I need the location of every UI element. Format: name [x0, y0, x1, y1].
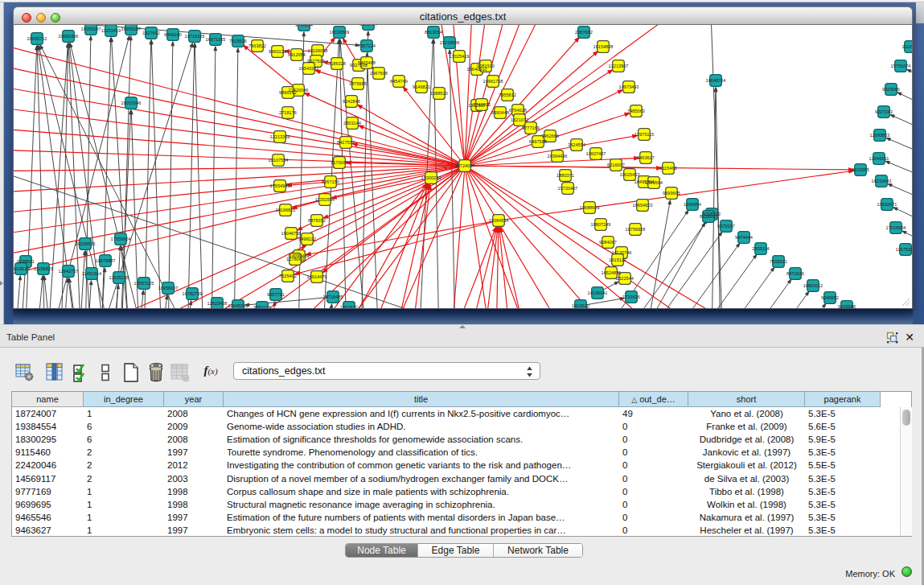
graph-node-label: 13226058 — [308, 48, 328, 53]
new-column-icon[interactable] — [121, 362, 142, 383]
table-body: 1872400712008Changes of HCN gene express… — [12, 407, 881, 537]
cell-out_de: 0 — [619, 459, 688, 472]
cell-pagerank: 5.3E-5 — [805, 472, 881, 485]
cell-out_de: 0 — [619, 446, 688, 459]
graph-node-label: 12975115 — [634, 132, 654, 137]
cell-title: Estimation of the future numbers of pati… — [224, 511, 619, 524]
graph-node-label: 10655287 — [121, 27, 142, 31]
graph-node-label: 9498222 — [298, 237, 316, 241]
tab-node-table[interactable]: Node Table — [346, 544, 418, 557]
cell-year: 2003 — [164, 472, 224, 485]
graph-node-label: 16671365 — [206, 37, 226, 42]
network-canvas[interactable]: 2005571220691406163552871125341910655287… — [13, 25, 913, 309]
cell-out_de: 0 — [619, 433, 688, 446]
toggle-rows-icon[interactable] — [95, 362, 116, 383]
table-row[interactable]: 1456911722003Disruption of a novel membe… — [12, 472, 881, 485]
close-panel-icon[interactable]: ✕ — [903, 330, 916, 344]
graph-node-label: 6216007 — [607, 163, 625, 167]
graph-node-label: 8427552 — [337, 140, 355, 145]
graph-node-label: 10107554 — [269, 158, 289, 163]
graph-node-label: 12213967 — [609, 64, 629, 68]
delete-column-icon[interactable] — [146, 362, 166, 383]
cell-out_de: 49 — [619, 407, 688, 420]
table-settings-icon[interactable] — [14, 362, 35, 383]
float-panel-icon[interactable] — [886, 332, 898, 344]
graph-node-label: 6497568 — [529, 139, 547, 144]
graph-node-label: 16543382 — [299, 66, 319, 71]
cell-name: 9115460 — [12, 446, 84, 459]
scrollbar-thumb[interactable] — [902, 410, 910, 426]
graph-node-label: 6466160 — [164, 32, 182, 37]
graph-node-label: 20691406 — [59, 34, 79, 39]
graph-node-label: 9960123 — [269, 49, 286, 54]
graph-node-label: 11353594 — [315, 197, 335, 202]
select-columns-icon[interactable] — [44, 362, 65, 383]
graph-node-label: 19654923 — [633, 203, 653, 208]
select-rows-icon[interactable] — [71, 362, 92, 383]
collapsed-panel-arrow-icon[interactable] — [0, 281, 3, 286]
table-row[interactable]: 977716911998Corpus callosum shape and si… — [12, 485, 881, 498]
column-header-short[interactable]: short — [688, 392, 805, 407]
cell-year: 2008 — [164, 433, 224, 446]
cell-pagerank: 5.5E-5 — [805, 459, 881, 472]
vertical-scrollbar[interactable] — [900, 407, 912, 536]
graph-node-label: 1527602 — [142, 31, 160, 35]
column-header-title[interactable]: title — [224, 392, 619, 407]
cell-pagerank: 5.3E-5 — [805, 407, 881, 420]
cell-year: 1998 — [164, 485, 224, 498]
table-row[interactable]: 1830029562008Estimation of significance … — [12, 433, 881, 446]
column-header-out_de[interactable]: △out_de… — [619, 392, 688, 407]
cell-name: 18724007 — [12, 407, 84, 420]
column-header-pagerank[interactable]: pagerank — [805, 392, 881, 407]
graph-node-label: 7740615 — [473, 102, 491, 107]
graph-node-label: 20364436 — [548, 154, 568, 159]
graph-node-label: 10756928 — [626, 227, 646, 232]
graph-node-label: 12444191 — [869, 156, 889, 161]
graph-node-label: 9081910 — [477, 64, 495, 68]
table-row[interactable]: 2242004622012Investigating the contribut… — [12, 459, 881, 472]
graph-node-label: 9238501 — [17, 259, 35, 264]
graph-node-label: 18724007 — [455, 163, 475, 168]
graph-node-label: 16782759 — [183, 291, 203, 296]
graph-node-label: 12645301 — [228, 303, 248, 308]
graph-node-label: 10654112 — [803, 283, 823, 288]
cell-out_de: 0 — [619, 524, 688, 537]
graph-node-label: 9218139 — [14, 266, 30, 271]
table-chooser-combobox[interactable]: citations_edges.txt — [233, 362, 540, 380]
graph-node-label: 20055712 — [27, 36, 47, 41]
tab-network-table[interactable]: Network Table — [494, 544, 582, 557]
graph-node-label: 10973493 — [619, 84, 639, 89]
graph-node-label: 1733426 — [622, 295, 640, 299]
resize-grip-icon[interactable] — [901, 297, 910, 307]
graph-node-label: 19384554 — [489, 218, 509, 223]
column-header-name[interactable]: name — [12, 392, 84, 407]
graph-node-label: 1588520 — [430, 91, 448, 96]
cell-in_degree: 6 — [84, 420, 164, 433]
window-titlebar[interactable]: citations_edges.txt — [13, 6, 913, 25]
window-shadow — [13, 309, 913, 324]
graph-node-label: 2718176 — [279, 110, 297, 115]
graph-node-label: 1615112 — [609, 257, 626, 262]
table-row[interactable]: 1872400712008Changes of HCN gene express… — [12, 407, 881, 420]
graph-node-label: 2967608 — [370, 71, 388, 76]
tab-edge-table[interactable]: Edge Table — [418, 544, 494, 557]
graph-node-label: 12505135 — [109, 275, 129, 280]
graph-node-label: 16524851 — [602, 270, 622, 275]
cell-pagerank: 5.3E-5 — [805, 446, 881, 459]
column-header-in_degree[interactable]: in_degree — [84, 392, 164, 407]
graph-node-label: 16914479 — [307, 274, 327, 279]
function-builder-icon[interactable]: f(x) — [198, 364, 224, 385]
table-panel: Table Panel ✕ — [0, 328, 924, 585]
cell-short: de Silva et al. (2003) — [688, 472, 805, 485]
graph-node-label: 10958107 — [158, 286, 179, 290]
cell-short: Dudbridge et al. (2008) — [688, 433, 805, 446]
table-row[interactable]: 946554611997Estimation of the future num… — [12, 511, 881, 524]
table-row[interactable]: 946362711997Embryonic stem cells: a mode… — [12, 524, 881, 537]
table-row[interactable]: 1938455462009Genome-wide association stu… — [12, 420, 881, 433]
table-row[interactable]: 911546021997Tourette syndrome. Phenomeno… — [12, 446, 881, 459]
column-header-year[interactable]: year — [164, 392, 224, 407]
graph-node-label: 9245652 — [821, 295, 839, 300]
graph-node-label: 19218506 — [440, 40, 460, 45]
cell-year: 1997 — [164, 446, 224, 459]
table-row[interactable]: 969969511998Structural magnetic resonanc… — [12, 498, 881, 511]
